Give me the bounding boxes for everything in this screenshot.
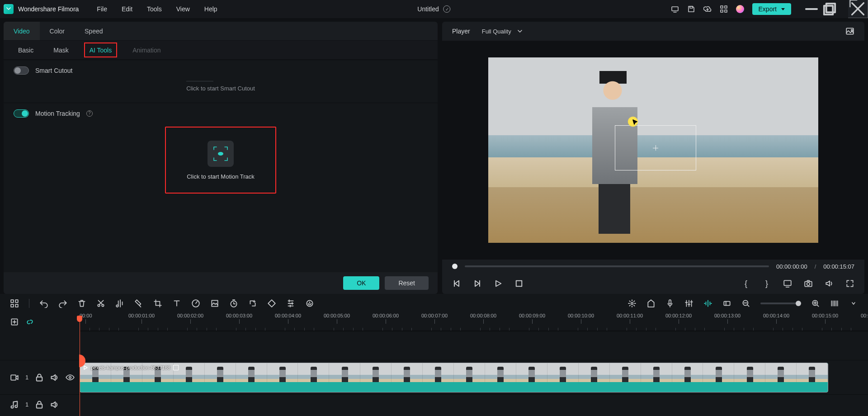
svg-rect-35 bbox=[37, 404, 42, 408]
prev-frame-button[interactable] bbox=[452, 279, 461, 288]
scrub-handle[interactable] bbox=[452, 264, 458, 269]
tab-video[interactable]: Video bbox=[4, 22, 40, 40]
menu-tools[interactable]: Tools bbox=[147, 5, 162, 13]
keyframe-plus-icon[interactable] bbox=[248, 299, 257, 308]
svg-point-26 bbox=[631, 303, 633, 304]
redo-icon[interactable] bbox=[58, 299, 67, 308]
voice-effect-icon[interactable] bbox=[305, 299, 314, 308]
snapshot-icon[interactable] bbox=[804, 279, 813, 288]
mute-icon[interactable] bbox=[50, 373, 59, 382]
ruler-tick: 00:00:06:00 bbox=[373, 313, 399, 324]
device-preview-icon[interactable] bbox=[671, 5, 679, 13]
stop-button[interactable] bbox=[514, 279, 524, 288]
player-scrubber[interactable]: 00:00:00:00 / 00:00:15:07 bbox=[442, 260, 864, 273]
snap-icon[interactable] bbox=[722, 299, 731, 308]
auto-ripple-icon[interactable] bbox=[703, 299, 712, 308]
apps-grid-icon[interactable] bbox=[720, 5, 728, 13]
media-icon[interactable] bbox=[10, 299, 19, 308]
video-track-number: 1 bbox=[25, 374, 28, 381]
preview-viewport[interactable] bbox=[442, 41, 864, 260]
volume-icon[interactable] bbox=[825, 279, 834, 288]
snapshot-panel-icon[interactable] bbox=[845, 27, 854, 36]
svg-point-10 bbox=[851, 29, 853, 31]
ruler-tick: 00:00:1 bbox=[861, 313, 868, 324]
marker-icon[interactable] bbox=[134, 299, 143, 308]
adjust-icon[interactable] bbox=[286, 299, 295, 308]
audio-track-row[interactable] bbox=[80, 394, 868, 414]
menu-edit[interactable]: Edit bbox=[122, 5, 132, 13]
menu-help[interactable]: Help bbox=[204, 5, 217, 13]
save-icon[interactable] bbox=[687, 5, 695, 13]
add-track-icon[interactable] bbox=[10, 317, 19, 326]
player-tab[interactable]: Player bbox=[452, 28, 470, 35]
help-icon[interactable]: ? bbox=[86, 110, 93, 117]
ruler-tick: 00:00:10:00 bbox=[568, 313, 594, 324]
fullscreen-icon[interactable] bbox=[845, 279, 854, 288]
motion-track-box[interactable] bbox=[615, 125, 696, 170]
keyframe-icon[interactable] bbox=[267, 299, 276, 308]
zoom-out-icon[interactable] bbox=[741, 299, 750, 308]
start-motion-track-button[interactable]: Click to start Motion Track bbox=[165, 127, 276, 194]
timeline-options-icon[interactable] bbox=[849, 299, 858, 308]
audio-track-icon bbox=[10, 400, 19, 409]
undo-icon[interactable] bbox=[39, 299, 48, 308]
visibility-icon[interactable] bbox=[66, 373, 75, 382]
subtab-ai-tools[interactable]: AI Tools bbox=[84, 43, 118, 57]
zoom-to-fit-icon[interactable] bbox=[830, 299, 839, 308]
subtab-animation[interactable]: Animation bbox=[128, 41, 165, 59]
total-duration: 00:00:15:07 bbox=[823, 263, 854, 270]
svg-rect-15 bbox=[11, 300, 14, 303]
mark-out-icon[interactable]: } bbox=[762, 279, 771, 288]
tab-color[interactable]: Color bbox=[40, 22, 75, 40]
smart-cutout-section: Smart Cutout Click to start Smart Cutout bbox=[4, 60, 438, 103]
tab-speed[interactable]: Speed bbox=[75, 22, 113, 40]
audio-detach-icon[interactable] bbox=[115, 299, 124, 308]
video-track-icon bbox=[10, 373, 19, 382]
zoom-slider[interactable] bbox=[760, 303, 801, 304]
cloud-upload-icon[interactable] bbox=[703, 5, 712, 13]
audio-mixer-icon[interactable] bbox=[684, 299, 693, 308]
marker-flag-icon[interactable] bbox=[646, 299, 656, 308]
scrub-track[interactable] bbox=[465, 265, 769, 267]
video-track-header: 1 bbox=[0, 360, 80, 394]
timeline-ruler[interactable]: 00:0000:00:01:0000:00:02:0000:00:03:0000… bbox=[80, 313, 868, 331]
cut-icon[interactable] bbox=[96, 299, 105, 308]
lock-icon[interactable] bbox=[35, 373, 44, 382]
empty-track-row[interactable] bbox=[80, 331, 868, 360]
window-minimize-button[interactable] bbox=[804, 3, 819, 15]
motion-tracking-toggle[interactable] bbox=[14, 109, 29, 118]
export-button[interactable]: Export bbox=[752, 3, 791, 15]
window-maximize-button[interactable] bbox=[822, 3, 837, 15]
subtab-mask[interactable]: Mask bbox=[49, 41, 73, 59]
render-preview-icon[interactable] bbox=[627, 299, 637, 308]
reset-button[interactable]: Reset bbox=[385, 276, 429, 290]
delete-icon[interactable] bbox=[77, 299, 86, 308]
next-frame-button[interactable] bbox=[473, 279, 482, 288]
project-title[interactable]: Untitled bbox=[417, 5, 439, 13]
duration-icon[interactable] bbox=[229, 299, 238, 308]
zoom-in-icon[interactable] bbox=[811, 299, 820, 308]
video-track-row[interactable]: pexels-kampus-production-8637188 bbox=[80, 360, 868, 394]
window-close-button[interactable] bbox=[848, 0, 868, 18]
mark-in-icon[interactable]: { bbox=[741, 279, 750, 288]
play-button[interactable] bbox=[494, 279, 503, 288]
color-match-icon[interactable] bbox=[210, 299, 219, 308]
ok-button[interactable]: OK bbox=[343, 276, 379, 290]
time-sep: / bbox=[815, 263, 816, 270]
smart-cutout-toggle[interactable] bbox=[14, 66, 29, 75]
menu-view[interactable]: View bbox=[176, 5, 190, 13]
video-clip[interactable]: pexels-kampus-production-8637188 bbox=[80, 363, 828, 392]
audio-lock-icon[interactable] bbox=[35, 400, 44, 409]
crop-icon[interactable] bbox=[153, 299, 162, 308]
subtab-basic[interactable]: Basic bbox=[14, 41, 38, 59]
audio-mute-icon[interactable] bbox=[50, 400, 59, 409]
menu-file[interactable]: File bbox=[97, 5, 107, 13]
link-icon[interactable] bbox=[24, 316, 36, 328]
user-avatar[interactable] bbox=[736, 5, 744, 13]
quality-select[interactable]: Full Quality bbox=[482, 28, 522, 35]
smart-cutout-hint[interactable]: Click to start Smart Cutout bbox=[186, 85, 255, 92]
record-voiceover-icon[interactable] bbox=[665, 299, 675, 308]
text-icon[interactable] bbox=[172, 299, 181, 308]
display-settings-icon[interactable] bbox=[783, 279, 792, 288]
speed-icon[interactable] bbox=[191, 299, 200, 308]
